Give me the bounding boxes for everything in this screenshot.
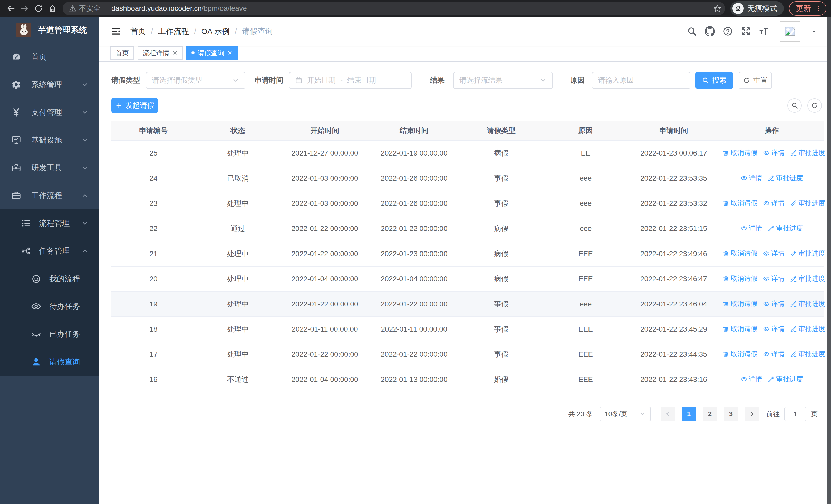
sidebar-item-leave-query[interactable]: 请假查询 xyxy=(0,348,99,376)
detail-link[interactable]: 详情 xyxy=(741,224,762,233)
leave-type-select[interactable]: 请选择请假类型 xyxy=(146,72,245,89)
address-bar[interactable]: 不安全 dashboard.yudao.iocoder.cn/bpm/oa/le… xyxy=(63,2,725,15)
reset-button[interactable]: 重置 xyxy=(739,72,772,89)
sidebar-item-my-processes[interactable]: 我的流程 xyxy=(0,265,99,293)
bookmark-star-icon[interactable] xyxy=(713,4,722,13)
create-leave-button[interactable]: 发起请假 xyxy=(111,98,158,113)
table-row: 18处理中 2022-01-11 00:00:002022-01-11 00:0… xyxy=(111,317,824,342)
cancel-leave-link[interactable]: 取消请假 xyxy=(722,274,757,283)
eye-icon xyxy=(763,150,770,156)
close-icon[interactable] xyxy=(172,50,178,55)
reason-input[interactable] xyxy=(592,72,690,89)
incognito-badge: 无痕模式 xyxy=(730,1,784,16)
goto-page-input[interactable] xyxy=(784,407,806,421)
sidebar-item-process-management[interactable]: 流程管理 xyxy=(0,209,99,237)
table-row: 19处理中 2022-01-22 00:00:002022-01-22 00:0… xyxy=(111,292,824,317)
approval-progress-link[interactable]: 审批进度 xyxy=(790,148,825,157)
close-icon[interactable] xyxy=(227,50,232,55)
table-refresh-button[interactable] xyxy=(807,98,822,113)
breadcrumb-oa-example[interactable]: OA 示例 xyxy=(201,26,230,37)
approval-progress-link[interactable]: 审批进度 xyxy=(790,274,825,283)
cancel-leave-link[interactable]: 取消请假 xyxy=(722,350,757,358)
approval-progress-link[interactable]: 审批进度 xyxy=(790,299,825,308)
tab-home[interactable]: 首页 xyxy=(110,46,134,60)
tab-leave-query[interactable]: 请假查询 xyxy=(186,46,238,60)
browser-back-button[interactable] xyxy=(5,2,17,14)
approval-progress-link[interactable]: 审批进度 xyxy=(768,224,803,233)
approval-progress-link[interactable]: 审批进度 xyxy=(768,375,803,384)
window-scrollbar[interactable] xyxy=(827,17,831,504)
browser-update-button[interactable]: 更新 xyxy=(789,1,826,16)
cancel-leave-link[interactable]: 取消请假 xyxy=(722,299,757,308)
detail-link[interactable]: 详情 xyxy=(763,274,784,283)
sidebar-item-system-management[interactable]: 系统管理 xyxy=(0,71,99,98)
help-icon[interactable] xyxy=(723,26,733,36)
sidebar-item-done-tasks[interactable]: 已办任务 xyxy=(0,320,99,348)
page-size-select[interactable]: 10条/页 xyxy=(600,407,651,421)
cancel-leave-link[interactable]: 取消请假 xyxy=(722,199,757,208)
next-page-button[interactable] xyxy=(745,407,759,421)
table-row: 16不通过 2022-01-04 00:00:002022-01-13 00:0… xyxy=(111,367,824,392)
leave-table: 申请编号 状态 开始时间 结束时间 请假类型 原因 申请时间 操作 25处理中 xyxy=(111,121,824,392)
search-icon[interactable] xyxy=(687,26,697,36)
detail-link[interactable]: 详情 xyxy=(741,174,762,182)
detail-link[interactable]: 详情 xyxy=(763,249,784,258)
sidebar-item-dev-tools[interactable]: 研发工具 xyxy=(0,154,99,182)
approval-progress-link[interactable]: 审批进度 xyxy=(790,249,825,258)
tags-view-bar: 首页 流程详情 请假查询 xyxy=(99,46,827,62)
detail-link[interactable]: 详情 xyxy=(763,324,784,333)
menu-dots-icon[interactable] xyxy=(815,5,822,12)
browser-forward-button[interactable] xyxy=(19,2,31,14)
refresh-icon xyxy=(743,77,750,84)
search-button[interactable]: 搜索 xyxy=(695,72,733,89)
cancel-leave-link[interactable]: 取消请假 xyxy=(722,249,757,258)
apply-time-range-picker[interactable]: 开始日期 - 结束日期 xyxy=(289,72,412,89)
approval-progress-link[interactable]: 审批进度 xyxy=(790,199,825,208)
sidebar-item-workflow[interactable]: 工作流程 xyxy=(0,182,99,209)
security-label: 不安全 xyxy=(79,4,101,13)
github-icon[interactable] xyxy=(705,26,715,36)
active-tab-dot xyxy=(192,51,195,54)
table-tools xyxy=(787,98,822,113)
prev-page-button[interactable] xyxy=(661,407,675,421)
breadcrumb: 首页 / 工作流程 / OA 示例 / 请假查询 xyxy=(131,26,273,37)
page-content: 请假类型 请选择请假类型 申请时间 开始日期 - 结束日期 结果 请选择流结果 xyxy=(99,72,827,421)
sidebar-item-task-management[interactable]: 任务管理 xyxy=(0,237,99,265)
sidebar-item-todo-tasks[interactable]: 待办任务 xyxy=(0,293,99,320)
cancel-leave-link[interactable]: 取消请假 xyxy=(722,148,757,157)
incognito-label: 无痕模式 xyxy=(747,3,777,13)
warning-icon xyxy=(69,5,77,12)
breadcrumb-workflow[interactable]: 工作流程 xyxy=(158,26,189,37)
table-search-toggle-button[interactable] xyxy=(787,98,802,113)
not-secure-badge[interactable]: 不安全 xyxy=(69,4,101,13)
pen-icon xyxy=(790,250,797,257)
detail-link[interactable]: 详情 xyxy=(741,375,762,384)
avatar[interactable] xyxy=(780,21,800,41)
detail-link[interactable]: 详情 xyxy=(763,350,784,358)
eye-closed-icon xyxy=(30,329,42,339)
page-button-1[interactable]: 1 xyxy=(682,407,696,421)
fullscreen-icon[interactable] xyxy=(741,26,751,36)
detail-link[interactable]: 详情 xyxy=(763,299,784,308)
cancel-leave-link[interactable]: 取消请假 xyxy=(722,324,757,333)
briefcase-icon xyxy=(10,190,22,201)
approval-progress-link[interactable]: 审批进度 xyxy=(790,350,825,358)
detail-link[interactable]: 详情 xyxy=(763,199,784,208)
tab-process-detail[interactable]: 流程详情 xyxy=(138,46,183,60)
eye-icon xyxy=(741,225,747,232)
sidebar-item-infrastructure[interactable]: 基础设施 xyxy=(0,126,99,154)
avatar-caret-icon[interactable] xyxy=(810,27,818,35)
breadcrumb-home[interactable]: 首页 xyxy=(131,26,146,37)
browser-home-button[interactable] xyxy=(46,2,58,14)
sidebar-item-payment-management[interactable]: 支付管理 xyxy=(0,98,99,126)
detail-link[interactable]: 详情 xyxy=(763,148,784,157)
approval-progress-link[interactable]: 审批进度 xyxy=(768,174,803,182)
approval-progress-link[interactable]: 审批进度 xyxy=(790,324,825,333)
result-select[interactable]: 请选择流结果 xyxy=(453,72,553,89)
font-size-icon[interactable] xyxy=(758,26,769,36)
page-button-2[interactable]: 2 xyxy=(703,407,717,421)
sidebar-collapse-icon[interactable] xyxy=(110,26,121,37)
browser-reload-button[interactable] xyxy=(32,2,45,14)
page-button-3[interactable]: 3 xyxy=(724,407,738,421)
sidebar-item-home[interactable]: 首页 xyxy=(0,43,99,71)
